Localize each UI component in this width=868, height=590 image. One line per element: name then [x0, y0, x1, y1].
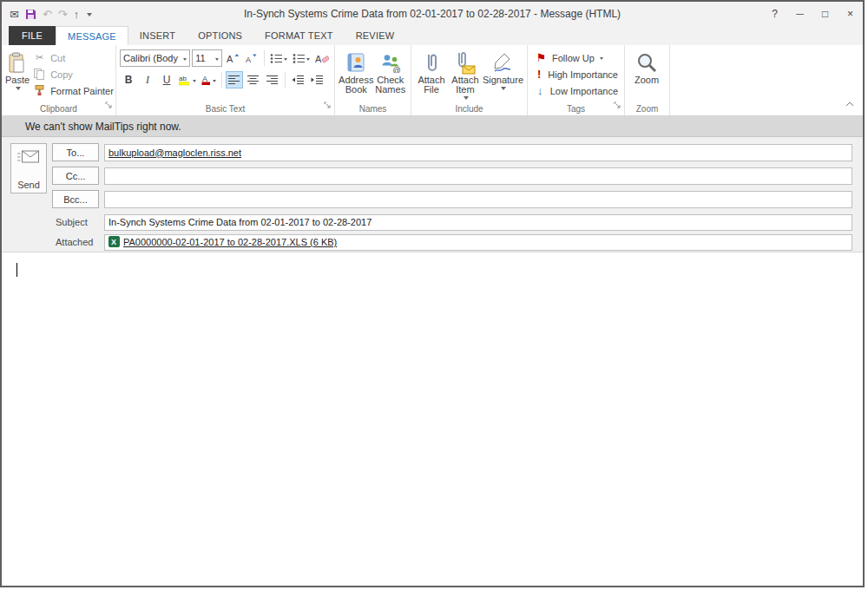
qat-customize-icon[interactable]	[85, 11, 92, 17]
shrink-font-button[interactable]: A	[243, 49, 260, 67]
undo-icon[interactable]: ↶	[43, 9, 52, 20]
copy-button[interactable]: Copy	[30, 66, 116, 82]
check-names-label: Check Names	[373, 75, 407, 95]
to-field[interactable]: bulkupload@magloclen.riss.net	[104, 144, 852, 161]
quick-access-toolbar: ✉ ↶ ↷ ↑	[2, 9, 92, 20]
font-name-combo[interactable]: Calibri (Body	[120, 49, 190, 67]
zoom-button[interactable]: Zoom	[628, 48, 665, 103]
bcc-button[interactable]: Bcc...	[52, 190, 99, 208]
close-button[interactable]: ×	[838, 3, 863, 25]
copy-label: Copy	[50, 69, 73, 80]
clipboard-dialog-launcher-icon[interactable]	[105, 97, 113, 113]
ribbon: Paste ✂ Cut Copy	[2, 45, 863, 116]
format-painter-button[interactable]: Format Painter	[30, 82, 116, 99]
italic-label: I	[146, 74, 149, 87]
to-button[interactable]: To...	[52, 143, 99, 161]
svg-text:@: @	[392, 66, 400, 74]
align-left-button[interactable]	[226, 71, 243, 88]
svg-text:X: X	[111, 238, 116, 246]
increase-indent-button[interactable]	[308, 71, 326, 88]
paste-button[interactable]: Paste	[5, 48, 30, 103]
cc-button[interactable]: Cc...	[52, 167, 99, 185]
bullets-button[interactable]	[268, 49, 289, 67]
attachment-chip[interactable]: X PA0000000-02-01-2017 to 02-28-2017.XLS…	[108, 236, 337, 249]
maximize-button[interactable]: □	[812, 3, 838, 25]
decrease-indent-button[interactable]	[289, 71, 306, 88]
attach-item-button[interactable]: Attach Item	[448, 48, 483, 103]
ribbon-tab-strip: FILE MESSAGE INSERT OPTIONS FORMAT TEXT …	[2, 26, 863, 45]
bullets-dropdown-icon[interactable]	[284, 58, 287, 62]
address-book-button[interactable]: Address Book	[339, 48, 373, 103]
high-importance-button[interactable]: ! High Importance	[531, 66, 621, 82]
send-button[interactable]: Send	[10, 143, 47, 193]
collapse-ribbon-icon[interactable]	[845, 95, 854, 110]
font-size-dropdown-icon[interactable]	[215, 58, 219, 62]
tags-dialog-launcher-icon[interactable]	[614, 97, 621, 113]
include-group-label: Include	[411, 104, 527, 114]
names-group-label: Names	[335, 104, 411, 114]
subject-value: In-Synch Systems Crime Data from 02-01-2…	[108, 217, 372, 227]
message-body[interactable]	[2, 252, 863, 586]
attach-item-dropdown-icon[interactable]	[464, 96, 469, 102]
cut-button[interactable]: ✂ Cut	[30, 49, 116, 66]
numbering-button[interactable]	[291, 49, 312, 67]
low-importance-button[interactable]: ↓ Low Importance	[531, 82, 621, 99]
high-importance-label: High Importance	[548, 69, 618, 80]
subject-row: Subject In-Synch Systems Crime Data from…	[52, 213, 852, 231]
tab-insert[interactable]: INSERT	[128, 26, 187, 45]
underline-button[interactable]: U	[158, 71, 175, 88]
help-button[interactable]: ?	[762, 3, 787, 25]
align-center-button[interactable]	[245, 71, 262, 88]
group-zoom: Zoom Zoom	[625, 45, 670, 115]
mailtips-bar: We can't show MailTips right now.	[2, 116, 863, 137]
minimize-button[interactable]: ─	[787, 3, 812, 25]
italic-button[interactable]: I	[139, 71, 156, 88]
align-right-button[interactable]	[264, 71, 281, 88]
attached-label: Attached	[52, 237, 99, 247]
outlook-message-window: ✉ ↶ ↷ ↑ In-Synch Systems Crime Data from…	[0, 0, 865, 587]
font-name-value: Calibri (Body	[123, 53, 181, 63]
font-size-value: 11	[195, 53, 214, 63]
paste-dropdown-icon[interactable]	[16, 87, 21, 93]
font-size-combo[interactable]: 11	[192, 49, 222, 67]
font-color-button[interactable]: A	[200, 71, 218, 88]
bcc-field[interactable]	[104, 191, 852, 208]
follow-up-button[interactable]: ⚑ Follow Up	[531, 49, 621, 66]
tab-file[interactable]: FILE	[9, 26, 56, 45]
svg-text:A: A	[202, 75, 207, 83]
check-names-button[interactable]: @ Check Names	[373, 48, 407, 103]
follow-up-flag-icon: ⚑	[534, 51, 549, 64]
font-color-dropdown-icon[interactable]	[213, 80, 216, 84]
tab-message[interactable]: MESSAGE	[56, 26, 128, 45]
tab-format-text[interactable]: FORMAT TEXT	[253, 26, 345, 45]
format-painter-icon	[32, 85, 47, 96]
bold-button[interactable]: B	[120, 71, 137, 88]
font-name-dropdown-icon[interactable]	[183, 58, 187, 62]
subject-field[interactable]: In-Synch Systems Crime Data from 02-01-2…	[104, 214, 852, 231]
attached-field[interactable]: X PA0000000-02-01-2017 to 02-28-2017.XLS…	[104, 234, 852, 251]
message-header-form: Send To... bulkupload@magloclen.riss.net…	[2, 137, 863, 252]
previous-item-icon[interactable]: ↑	[74, 9, 80, 20]
basic-text-dialog-launcher-icon[interactable]	[324, 97, 332, 113]
attached-row: Attached X PA0000000-02-01-2017 to 02-28…	[52, 233, 852, 251]
group-clipboard: Paste ✂ Cut Copy	[2, 45, 116, 115]
highlight-icon: ab	[179, 74, 191, 86]
highlight-button[interactable]: ab	[177, 71, 198, 88]
tab-review[interactable]: REVIEW	[345, 26, 406, 45]
grow-font-button[interactable]: A	[224, 49, 241, 67]
subject-label: Subject	[52, 217, 99, 227]
signature-dropdown-icon[interactable]	[501, 87, 506, 93]
cc-field[interactable]	[104, 167, 852, 185]
low-importance-label: Low Importance	[550, 86, 618, 96]
signature-button[interactable]: Signature	[483, 48, 523, 103]
tab-options[interactable]: OPTIONS	[187, 26, 253, 45]
clear-formatting-button[interactable]: A	[313, 49, 331, 67]
attach-file-button[interactable]: Attach File	[415, 48, 448, 103]
save-icon[interactable]	[25, 9, 36, 20]
zoom-group-label: Zoom	[625, 104, 669, 114]
follow-up-dropdown-icon[interactable]	[600, 57, 603, 62]
numbering-dropdown-icon[interactable]	[306, 58, 310, 62]
bcc-row: Bcc...	[52, 190, 852, 208]
highlight-dropdown-icon[interactable]	[193, 80, 196, 84]
redo-icon[interactable]: ↷	[58, 9, 68, 20]
